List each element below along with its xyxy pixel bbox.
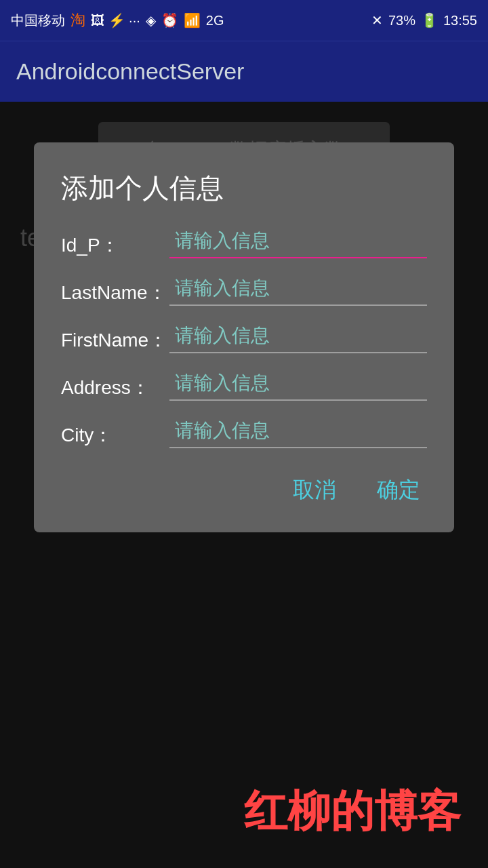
address-input[interactable]	[169, 370, 427, 401]
taobao-icon: 淘	[70, 10, 85, 31]
vpn-icon: ◈	[146, 12, 156, 28]
status-bar: 中国移动 淘 🖼 ⚡ ··· ◈ ⏰ 📶 2G ✕ 73% 🔋 13:55	[0, 0, 488, 41]
dialog-buttons: 取消 确定	[61, 469, 427, 512]
carrier-label: 中国移动	[11, 12, 65, 30]
city-label: City：	[61, 422, 169, 448]
form-row-id: Id_P：	[61, 227, 427, 258]
address-label: Address：	[61, 375, 169, 401]
id-p-label: Id_P：	[61, 233, 169, 258]
form-row-lastname: LastName：	[61, 275, 427, 306]
watermark: 红柳的博客	[244, 782, 461, 841]
city-input[interactable]	[169, 417, 427, 448]
form-row-address: Address：	[61, 370, 427, 401]
dialog: 添加个人信息 Id_P： LastName： FirstName： Addres…	[34, 142, 454, 532]
app-title: AndroidconnectServer	[16, 58, 244, 85]
form-row-city: City：	[61, 417, 427, 448]
status-right: ✕ 73% 🔋 13:55	[371, 12, 477, 28]
lastname-input[interactable]	[169, 275, 427, 306]
battery-icon: 🔋	[421, 12, 438, 28]
cancel-button[interactable]: 取消	[286, 469, 343, 512]
lastname-label: LastName：	[61, 280, 169, 306]
firstname-input[interactable]	[169, 322, 427, 353]
battery-label: 73%	[388, 13, 415, 28]
dialog-overlay: 添加个人信息 Id_P： LastName： FirstName： Addres…	[0, 102, 488, 868]
confirm-button[interactable]: 确定	[370, 469, 427, 512]
firstname-label: FirstName：	[61, 328, 169, 353]
time-label: 13:55	[443, 13, 477, 28]
signal-icon: 2G	[206, 13, 224, 28]
id-p-input[interactable]	[169, 227, 427, 258]
wifi-icon: 📶	[184, 12, 201, 28]
status-left: 中国移动 淘 🖼 ⚡ ··· ◈ ⏰ 📶 2G	[11, 10, 224, 31]
form-row-firstname: FirstName：	[61, 322, 427, 353]
no-signal-icon: ✕	[371, 12, 383, 28]
title-bar: AndroidconnectServer	[0, 41, 488, 102]
dialog-title: 添加个人信息	[61, 170, 427, 207]
alarm-icon: ⏰	[161, 12, 178, 28]
notification-icons: 🖼 ⚡ ···	[91, 12, 140, 28]
bg-content: 向MYSQL数据库插入数据 te 添加个人信息 Id_P： LastName： …	[0, 102, 488, 868]
